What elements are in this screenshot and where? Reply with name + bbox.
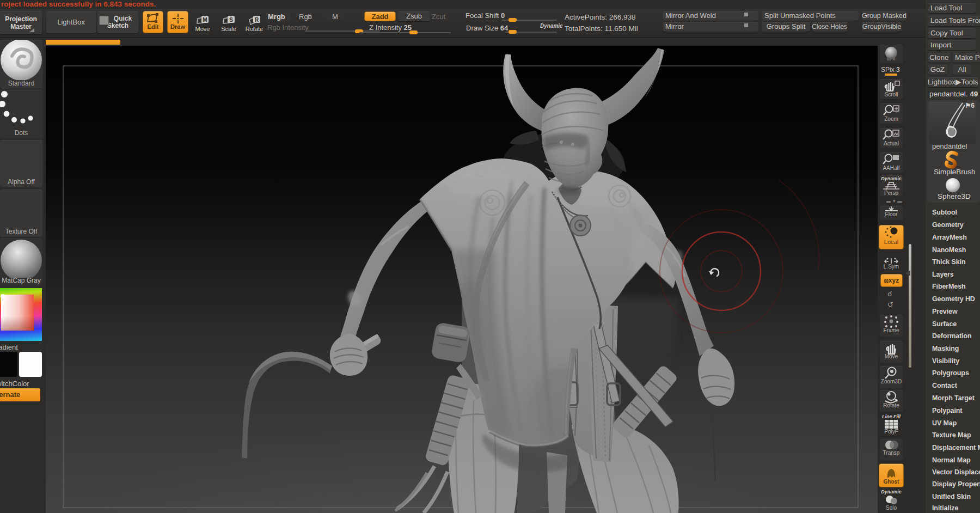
svg-text:M: M — [203, 17, 207, 23]
svg-text:BPR: BPR — [887, 57, 896, 61]
svg-text:R: R — [255, 17, 259, 23]
svg-text:S: S — [229, 17, 233, 23]
